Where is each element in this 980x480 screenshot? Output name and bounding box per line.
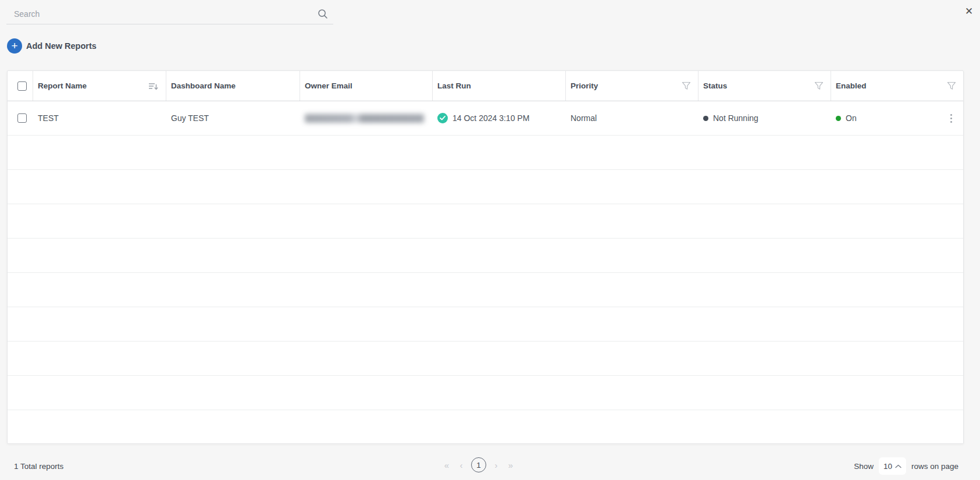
last-run-cell: 14 Oct 2024 3:10 PM — [433, 113, 566, 123]
check-circle-icon — [437, 113, 448, 123]
column-label: Owner Email — [305, 81, 352, 90]
column-header-dashboard-name[interactable]: Dashboard Name — [166, 71, 300, 101]
row-checkbox[interactable] — [17, 113, 27, 123]
table-row-empty — [8, 136, 963, 170]
table-row[interactable]: TEST Guy TEST 14 Oct 2024 3:10 PM Normal… — [8, 101, 963, 136]
priority-cell: Normal — [566, 113, 699, 123]
last-run-value: 14 Oct 2024 3:10 PM — [452, 113, 529, 123]
table-row-empty — [8, 239, 963, 273]
column-header-priority[interactable]: Priority — [566, 71, 699, 101]
column-label: Report Name — [38, 81, 87, 90]
filter-icon[interactable] — [682, 81, 691, 91]
sort-icon[interactable] — [148, 81, 159, 91]
column-label: Priority — [571, 81, 598, 90]
pagination: « ‹ 1 › » — [442, 457, 515, 472]
table-row-empty — [8, 410, 963, 444]
column-header-last-run[interactable]: Last Run — [433, 71, 566, 101]
status-dot-icon — [703, 116, 708, 121]
pagination-prev-icon[interactable]: ‹ — [457, 460, 466, 470]
chevron-up-icon — [895, 464, 901, 468]
plus-icon: + — [7, 38, 22, 54]
enabled-value: On — [846, 113, 857, 123]
table-row-empty — [8, 376, 963, 410]
owner-email-cell — [300, 114, 433, 123]
dashboard-name-cell: Guy TEST — [166, 113, 300, 123]
add-new-reports-label: Add New Reports — [26, 41, 97, 51]
search-input[interactable] — [6, 9, 317, 19]
rows-on-page-label: rows on page — [911, 462, 958, 471]
close-icon[interactable]: ✕ — [963, 5, 975, 17]
rows-per-page: Show 10 rows on page — [854, 457, 958, 475]
show-label: Show — [854, 462, 874, 471]
owner-email-redacted — [305, 114, 424, 123]
status-cell: Not Running — [699, 113, 831, 123]
column-label: Last Run — [437, 81, 471, 90]
row-actions-kebab-icon[interactable] — [946, 112, 956, 125]
column-label: Enabled — [836, 81, 867, 90]
enabled-dot-icon — [836, 116, 841, 121]
table-row-empty — [8, 273, 963, 307]
pagination-last-icon[interactable]: » — [506, 460, 515, 470]
filter-icon[interactable] — [947, 81, 956, 91]
total-reports-label: 1 Total reports — [14, 462, 63, 471]
table-row-empty — [8, 170, 963, 204]
table-header-row: Report Name Dashboard Name Owner Email L… — [8, 71, 963, 101]
header-select-all — [8, 71, 33, 101]
table-row-empty — [8, 342, 963, 376]
pagination-current-page[interactable]: 1 — [471, 457, 486, 472]
status-value: Not Running — [713, 113, 758, 123]
column-header-status[interactable]: Status — [699, 71, 831, 101]
row-select-cell — [8, 113, 33, 123]
add-new-reports-button[interactable]: + Add New Reports — [7, 38, 97, 54]
column-label: Dashboard Name — [171, 81, 236, 90]
report-name-cell: TEST — [33, 113, 166, 123]
select-all-checkbox[interactable] — [17, 81, 27, 91]
filter-icon[interactable] — [814, 81, 824, 91]
table-row-empty — [8, 307, 963, 342]
pagination-next-icon[interactable]: › — [491, 460, 501, 470]
reports-table: Report Name Dashboard Name Owner Email L… — [7, 70, 964, 444]
table-body: TEST Guy TEST 14 Oct 2024 3:10 PM Normal… — [8, 101, 963, 444]
rows-per-page-value: 10 — [883, 462, 892, 471]
column-header-enabled[interactable]: Enabled — [831, 71, 963, 101]
column-label: Status — [703, 81, 727, 90]
column-header-owner-email[interactable]: Owner Email — [300, 71, 433, 101]
pagination-first-icon[interactable]: « — [442, 460, 451, 470]
column-header-report-name[interactable]: Report Name — [33, 71, 166, 101]
rows-per-page-select[interactable]: 10 — [879, 457, 906, 475]
table-row-empty — [8, 204, 963, 239]
enabled-cell: On — [831, 113, 963, 123]
search-icon[interactable] — [317, 8, 329, 20]
search-bar — [6, 3, 333, 24]
